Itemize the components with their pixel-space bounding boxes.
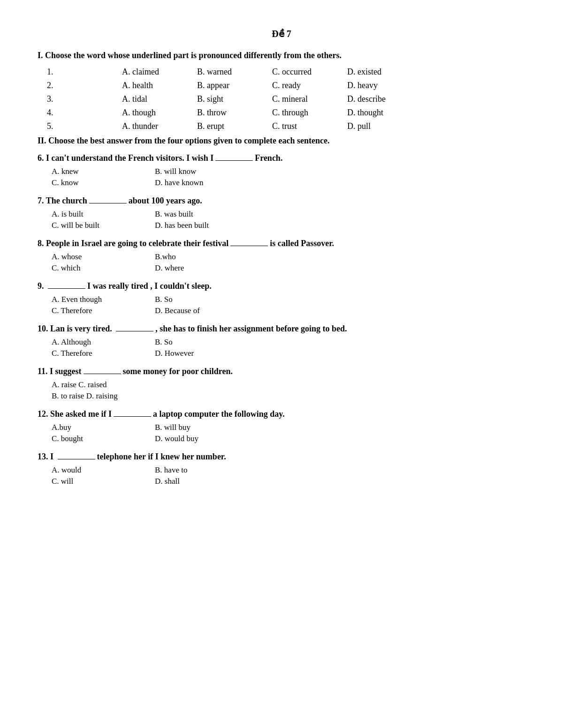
question-6: 6. I can't understand the French visitor… [38,153,525,188]
q5-c: C. trust [272,121,328,131]
question-5: 5. A. thunder B. erupt C. trust D. pull [38,121,525,131]
q4-num: 4. [47,108,103,118]
q12-c: C. bought [52,434,127,443]
section1: I. Choose the word whose underlined part… [38,51,525,131]
q2-c: C. ready [272,81,328,90]
q7-a: A. is built [52,210,127,219]
q5-a: A. thunder [122,121,178,131]
q4-a: A. though [122,108,178,118]
q13-a: A. would [52,465,127,475]
q9-c: C. Therefore [52,306,127,315]
q9-stem: 9. I was really tired , I couldn't sleep… [38,281,525,291]
q10-a: A. Although [52,338,127,347]
q10-d: D. However [155,349,230,358]
q3-a: A. tidal [122,94,178,104]
q11-bd: B. to raise D. raising [52,391,525,401]
q8-d: D. where [155,263,230,273]
q6-d: D. have known [155,178,230,188]
question-12: 12. She asked me if Ia laptop computer t… [38,409,525,443]
q5-b: B. erupt [197,121,253,131]
q8-c: C. which [52,263,127,273]
q12-stem: 12. She asked me if Ia laptop computer t… [38,409,525,419]
q3-d: D. describe [347,94,403,104]
question-7: 7. The churchabout 100 years ago. A. is … [38,196,525,230]
q9-b: B. So [155,295,230,304]
q10-stem: 10. Lan is very tired. , she has to fini… [38,324,525,334]
q5-num: 5. [47,121,103,131]
q13-stem: 13. I telephone her if I knew her number… [38,452,525,462]
question-9: 9. I was really tired , I couldn't sleep… [38,281,525,315]
q8-stem: 8. People in Israel are going to celebra… [38,239,525,248]
q7-stem: 7. The churchabout 100 years ago. [38,196,525,206]
q2-d: D. heavy [347,81,403,90]
question-13: 13. I telephone her if I knew her number… [38,452,525,486]
q7-d: D. has been built [155,221,230,230]
question-11: 11. I suggestsome money for poor childre… [38,367,525,401]
q13-c: C. will [52,477,127,486]
section2-heading: II. Choose the best answer from the four… [38,136,525,146]
question-8: 8. People in Israel are going to celebra… [38,239,525,273]
q2-a: A. health [122,81,178,90]
q6-stem: 6. I can't understand the French visitor… [38,153,525,163]
q5-d: D. pull [347,121,403,131]
q1-c: C. occurred [272,67,328,77]
q9-a: A. Even though [52,295,127,304]
q8-b: B.who [155,252,230,262]
question-3: 3. A. tidal B. sight C. mineral D. descr… [38,94,525,104]
q6-b: B. will know [155,167,230,176]
question-10: 10. Lan is very tired. , she has to fini… [38,324,525,358]
question-4: 4. A. though B. throw C. through D. thou… [38,108,525,118]
q1-b: B. warned [197,67,253,77]
section2: II. Choose the best answer from the four… [38,136,525,486]
q11-ac: A. raise C. raised [52,380,525,390]
page-title: Đề 7 [38,28,525,39]
q3-c: C. mineral [272,94,328,104]
q9-d: D. Because of [155,306,230,315]
q11-stem: 11. I suggestsome money for poor childre… [38,367,525,376]
q7-b: B. was built [155,210,230,219]
q12-d: D. would buy [155,434,230,443]
question-2: 2. A. health B. appear C. ready D. heavy [38,81,525,90]
q3-b: B. sight [197,94,253,104]
q2-num: 2. [47,81,103,90]
q6-a: A. knew [52,167,127,176]
q4-c: C. through [272,108,328,118]
q1-d: D. existed [347,67,403,77]
q13-d: D. shall [155,477,230,486]
q10-b: B. So [155,338,230,347]
q3-num: 3. [47,94,103,104]
q7-c: C. will be built [52,221,127,230]
q4-b: B. throw [197,108,253,118]
q12-a: A.buy [52,423,127,432]
q2-b: B. appear [197,81,253,90]
q10-c: C. Therefore [52,349,127,358]
q1-a: A. claimed [122,67,178,77]
q1-num: 1. [47,67,103,77]
question-1: 1. A. claimed B. warned C. occurred D. e… [38,67,525,77]
q4-d: D. thought [347,108,403,118]
q8-a: A. whose [52,252,127,262]
q12-b: B. will buy [155,423,230,432]
section1-heading: I. Choose the word whose underlined part… [38,51,525,60]
q13-b: B. have to [155,465,230,475]
q6-c: C. know [52,178,127,188]
